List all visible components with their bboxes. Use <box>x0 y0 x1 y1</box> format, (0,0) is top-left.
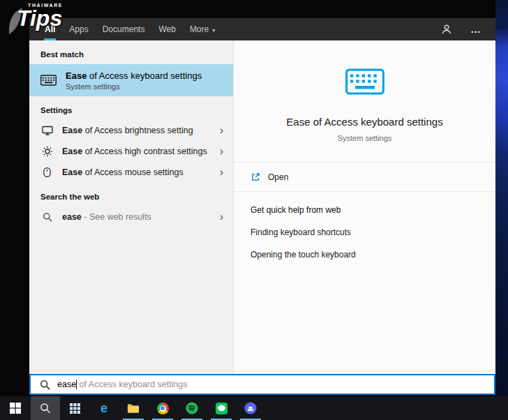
autocomplete-suggestion: of Access keyboard settings <box>77 380 187 389</box>
search-input[interactable]: ease of Access keyboard settings <box>29 374 495 395</box>
discord-icon <box>244 402 257 414</box>
start-button[interactable] <box>0 396 31 420</box>
result-label: ease - See web results <box>62 212 151 222</box>
match-rest: - See web results <box>82 212 151 222</box>
result-label: Ease of Access high contrast settings <box>62 147 207 156</box>
tab-documents-label: Documents <box>103 24 145 34</box>
match-rest: of Access keyboard settings <box>87 70 202 81</box>
taskbar-chrome-button[interactable] <box>148 396 177 420</box>
quick-help-header: Get quick help from web <box>251 205 479 215</box>
typed-query: ease <box>57 380 76 389</box>
help-link-keyboard-shortcuts[interactable]: Finding keyboard shortcuts <box>251 227 479 237</box>
search-icon <box>40 403 51 414</box>
account-icon[interactable] <box>441 24 452 35</box>
search-tab-bar: All Apps Documents Web More▾ … <box>29 18 495 40</box>
match-highlight: Ease <box>66 70 87 81</box>
windows-search-flyout: All Apps Documents Web More▾ … Best matc… <box>29 18 495 395</box>
mouse-icon <box>41 167 53 178</box>
chrome-icon <box>157 403 169 414</box>
tab-web[interactable]: Web <box>151 18 182 40</box>
taskbar: e <box>0 396 508 420</box>
screen: THAIWARE Tips All Apps Documents Web Mor… <box>0 0 508 420</box>
tab-web-label: Web <box>158 24 175 34</box>
match-highlight: Ease <box>62 167 82 177</box>
best-match-subtitle: System settings <box>66 82 202 91</box>
open-icon <box>251 172 260 182</box>
tab-more-label: More <box>190 24 209 34</box>
match-rest: of Access mouse settings <box>82 167 184 177</box>
result-brightness-setting[interactable]: Ease of Access brightness setting › <box>29 120 233 141</box>
line-icon <box>216 403 227 414</box>
contrast-icon <box>41 146 53 157</box>
match-rest: of Access high contrast settings <box>82 147 207 156</box>
preview-subtitle: System settings <box>234 134 495 142</box>
settings-header: Settings <box>29 96 233 120</box>
match-highlight: Ease <box>62 126 82 135</box>
best-match-text: Ease of Access keyboard settings System … <box>66 70 202 91</box>
taskbar-line-button[interactable] <box>207 396 236 420</box>
chevron-right-icon[interactable]: › <box>217 125 226 136</box>
best-match-title: Ease of Access keyboard settings <box>66 70 202 81</box>
apps-grid-icon <box>70 403 80 414</box>
search-web-header: Search the web <box>29 183 233 207</box>
thaiware-tips-watermark: THAIWARE Tips <box>7 3 84 29</box>
taskbar-file-explorer-button[interactable] <box>119 396 148 420</box>
quick-help-section: Get quick help from web Finding keyboard… <box>234 192 495 273</box>
help-link-touch-keyboard[interactable]: Opening the touch keyboard <box>251 250 479 260</box>
result-web-search[interactable]: ease - See web results › <box>29 207 233 227</box>
taskbar-apps-grid-button[interactable] <box>60 396 89 420</box>
file-explorer-icon <box>127 403 140 414</box>
match-rest: of Access brightness setting <box>82 126 193 135</box>
open-action[interactable]: Open <box>234 163 495 191</box>
search-query-text: ease of Access keyboard settings <box>57 380 188 389</box>
preview-panel: Ease of Access keyboard settings System … <box>234 40 495 374</box>
chevron-right-icon[interactable]: › <box>217 146 226 157</box>
taskbar-search-button[interactable] <box>31 396 60 420</box>
search-icon <box>41 212 53 222</box>
chevron-down-icon: ▾ <box>212 27 215 33</box>
chevron-right-icon[interactable]: › <box>217 167 226 178</box>
open-label: Open <box>268 172 288 182</box>
chevron-right-icon[interactable]: › <box>217 211 226 223</box>
keyboard-icon-large <box>345 68 384 95</box>
taskbar-discord-button[interactable] <box>236 396 265 420</box>
edge-icon: e <box>100 402 107 414</box>
desktop-wallpaper <box>495 0 508 396</box>
display-icon <box>41 125 53 136</box>
result-mouse-settings[interactable]: Ease of Access mouse settings › <box>29 162 233 183</box>
result-label: Ease of Access mouse settings <box>62 167 184 177</box>
tab-bar-actions: … <box>441 24 486 35</box>
results-panel: Best match Ease of Access keyboard setti… <box>29 40 234 374</box>
best-match-header: Best match <box>29 40 233 64</box>
preview-header: Ease of Access keyboard settings System … <box>234 40 495 142</box>
tab-more[interactable]: More▾ <box>183 18 222 40</box>
logo-text: Tips <box>17 8 84 29</box>
result-label: Ease of Access brightness setting <box>62 126 193 135</box>
best-match-result[interactable]: Ease of Access keyboard settings System … <box>29 64 233 96</box>
match-highlight: Ease <box>62 147 82 156</box>
more-options-icon[interactable]: … <box>470 26 481 33</box>
match-highlight: ease <box>62 212 82 222</box>
tab-documents[interactable]: Documents <box>96 18 152 40</box>
windows-logo-icon <box>10 403 21 414</box>
keyboard-icon <box>40 75 57 86</box>
search-results-content: Best match Ease of Access keyboard setti… <box>29 40 495 374</box>
taskbar-spotify-button[interactable] <box>177 396 207 420</box>
result-high-contrast-settings[interactable]: Ease of Access high contrast settings › <box>29 141 233 162</box>
preview-title: Ease of Access keyboard settings <box>234 116 495 128</box>
taskbar-edge-button[interactable]: e <box>89 396 119 420</box>
search-icon <box>40 380 50 390</box>
spotify-icon <box>186 402 198 414</box>
